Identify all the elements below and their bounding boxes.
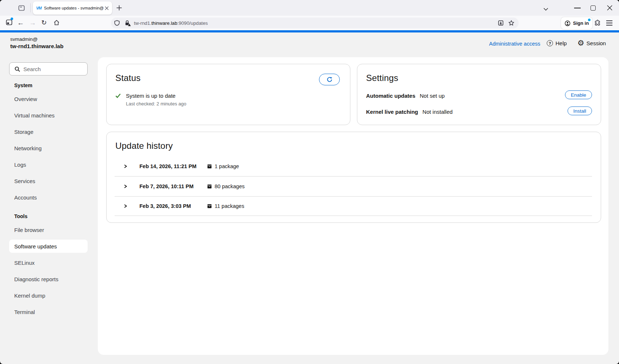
update-date: Feb 3, 2026, 3:03 PM [139,203,207,209]
sidebar-search[interactable] [9,62,88,75]
sidebar-item-services[interactable]: Services [9,174,88,187]
status-card: Status System is up to date Last checked… [106,64,350,125]
sidebar-item-diagnostic-reports[interactable]: Diagnostic reports [9,272,88,286]
status-detail: Last checked: 2 minutes ago [126,101,187,107]
help-menu[interactable]: ? Help [547,40,567,46]
sidebar-item-networking[interactable]: Networking [9,142,88,155]
refresh-button[interactable] [319,74,340,85]
sidebar-item-accounts[interactable]: Accounts [9,191,88,204]
home-button[interactable] [53,19,60,26]
tab-close-icon[interactable] [105,6,109,10]
sidebar-item-overview[interactable]: Overview [9,92,88,105]
expand-chevron-icon[interactable] [123,204,127,208]
settings-row: Automatic updatesNot set upEnable [366,91,592,100]
extensions-icon[interactable] [594,20,600,26]
sidebar-item-selinux[interactable]: SELinux [9,256,88,269]
tab-separator [30,3,31,12]
search-icon [15,66,20,72]
success-check-icon [115,93,121,107]
sidebar-item-file-browser[interactable]: File browser [9,223,88,236]
tab-strip: VM Software updates - svmadmin@ [0,0,619,16]
sign-in-button[interactable]: Sign in [561,17,592,29]
update-history-row[interactable]: Feb 14, 2026, 11:21 PM1 package [115,156,592,177]
settings-card-title: Settings [366,73,398,83]
package-count: 11 packages [215,203,244,209]
package-icon [207,184,212,189]
settings-term: Kernel live patching [366,109,418,115]
masthead-user: svmadmin@ [10,36,38,42]
sign-in-label: Sign in [573,20,589,26]
sidebar-item-terminal[interactable]: Terminal [9,305,88,318]
browser-toolbar: ← → ↻ tw-rnd1.thinware.lab:9090/ [0,16,619,30]
address-bar[interactable]: tw-rnd1.thinware.lab:9090/updates [111,18,519,28]
settings-card: Settings Automatic updatesNot set upEnab… [357,64,601,125]
reload-button[interactable]: ↻ [41,19,47,27]
window-maximize-button[interactable] [591,5,596,11]
window-close-button[interactable] [607,5,613,12]
window-minimize-button[interactable] [574,8,581,8]
account-icon [565,20,570,26]
sidebar-section-tools: ToolsFile browserSoftware updatesSELinux… [9,213,88,318]
sidebar-section-system: SystemOverviewVirtual machinesStorageNet… [9,82,88,204]
settings-term: Automatic updates [366,93,415,99]
tracking-shield-icon[interactable] [114,20,120,26]
package-icon [207,164,212,169]
masthead-host: tw-rnd1.thinware.lab [10,43,64,49]
tab-title: Software updates - svmadmin@ [44,6,104,10]
menu-button[interactable] [606,20,612,26]
session-menu[interactable]: ⚙ Session [577,39,606,47]
update-history-row[interactable]: Feb 3, 2026, 3:03 PM11 packages [115,197,592,216]
refresh-icon [327,77,332,82]
firefox-view-icon[interactable] [18,4,25,13]
browser-window: VM Software updates - svmadmin@ ← → [0,0,619,364]
expand-chevron-icon[interactable] [123,164,127,169]
status-card-title: Status [115,73,141,83]
update-history-row[interactable]: Feb 7, 2026, 10:11 PM80 packages [115,177,592,197]
settings-value: Not set up [420,93,445,99]
toolbar-accent-line [0,30,619,32]
tab-list-chevron-icon[interactable] [543,6,549,13]
sidebar-item-virtual-machines[interactable]: Virtual machines [9,109,88,122]
install-button[interactable]: Install [568,107,592,115]
sidebar-item-software-updates[interactable]: Software updates [9,240,88,253]
update-history-title: Update history [115,141,173,151]
package-count: 1 package [215,163,239,169]
sidebar-section-title: Tools [14,213,88,219]
browser-tab[interactable]: VM Software updates - svmadmin@ [33,1,112,15]
enable-button[interactable]: Enable [565,90,592,99]
bookmark-star-icon[interactable] [508,20,514,26]
settings-row: Kernel live patchingNot installedInstall [366,107,592,116]
gear-icon: ⚙ [577,39,584,47]
content-pane: Status System is up to date Last checked… [98,57,608,355]
profile-notification-dot [11,18,13,20]
sign-in-notification-dot [588,19,591,21]
sidebar-section-title: System [14,82,88,88]
sidebar-item-logs[interactable]: Logs [9,158,88,171]
expand-chevron-icon[interactable] [123,184,127,189]
help-icon: ? [547,40,553,46]
sidebar: SystemOverviewVirtual machinesStorageNet… [9,62,88,322]
save-page-icon[interactable] [498,20,504,26]
connection-lock-icon[interactable] [124,20,130,26]
search-input[interactable] [23,66,78,72]
url-text[interactable]: tw-rnd1.thinware.lab:9090/updates [134,20,208,26]
tab-favicon-icon: VM [36,6,42,10]
package-icon [207,204,212,209]
new-tab-button[interactable] [116,5,122,12]
update-date: Feb 7, 2026, 10:11 PM [139,183,207,189]
administrative-access-link[interactable]: Administrative access [489,41,540,47]
settings-value: Not installed [423,109,453,115]
back-button[interactable]: ← [17,19,24,27]
update-history-card: Update history Feb 14, 2026, 11:21 PM1 p… [106,132,601,223]
sidebar-item-storage[interactable]: Storage [9,125,88,138]
update-date: Feb 14, 2026, 11:21 PM [139,163,207,169]
forward-button[interactable]: → [29,19,36,27]
status-text: System is up to date [126,93,187,99]
package-count: 80 packages [215,183,245,189]
sidebar-item-kernel-dump[interactable]: Kernel dump [9,289,88,302]
